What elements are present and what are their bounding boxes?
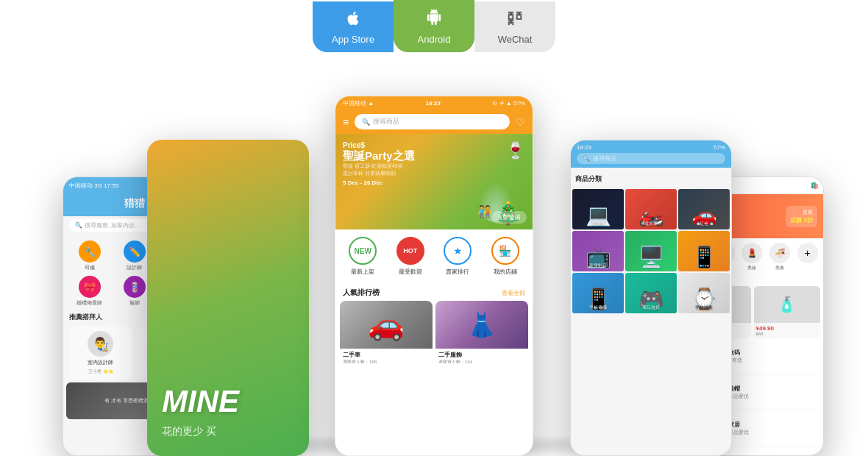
apple-icon xyxy=(345,10,361,31)
cell-label-9: 手錶鐘表 xyxy=(678,304,730,311)
rankings-more[interactable]: 查看全部 xyxy=(502,289,525,297)
cell-label-4: 家電影音 xyxy=(572,263,624,269)
grid-cell-1[interactable]: 💻 電腦城 xyxy=(572,189,624,229)
cat-rank-circle: ★ xyxy=(444,237,472,265)
wedding-icon: 🎀 xyxy=(84,282,96,293)
rank-star-icon: ★ xyxy=(453,245,463,257)
grid-cell-6[interactable]: 📱 xyxy=(678,231,730,271)
store-icon: 🏪 xyxy=(499,245,511,257)
hot-text: HOT xyxy=(403,247,417,254)
search-icon: 🔍 xyxy=(75,222,82,229)
cell-label-3: 紅色 xyxy=(678,221,730,227)
cat-rank[interactable]: ★ 賣家排行 xyxy=(444,237,472,276)
banner-title: 聖誕Party之選 xyxy=(343,149,415,163)
svg-rect-7 xyxy=(516,18,522,20)
grid-cell-8[interactable]: 🎮 電玩遊具 xyxy=(625,273,677,313)
fr-header-icon: 🛍️ xyxy=(811,182,819,189)
avatar-1: 👨‍🎨 xyxy=(88,331,113,357)
banner-buy-button[interactable]: 立即搶購 xyxy=(491,211,527,224)
fr-discount: 店購 5折 xyxy=(790,216,813,224)
car-info: 二手車 週購買人數：168 xyxy=(340,349,433,363)
right-search[interactable]: 🔍 搜尋商品 xyxy=(577,153,725,164)
fr-product-2[interactable]: 🧴 ¥49.90 ¥68 xyxy=(754,286,821,338)
svg-rect-3 xyxy=(508,18,513,20)
svg-rect-12 xyxy=(518,13,521,16)
wechat-tab[interactable]: WeChat xyxy=(474,1,555,52)
cell-label-7: 平板電腦 xyxy=(572,304,624,311)
fr-product-info-2: ¥49.90 ¥68 xyxy=(754,323,821,338)
fr-icon-food-label: 美食 xyxy=(775,265,784,271)
main-status-left: 中国移动 ▲ xyxy=(343,99,374,107)
main-status-right: ⊙ ✈ ▲ 57% xyxy=(492,100,525,107)
android-tab[interactable]: Android xyxy=(394,0,474,52)
fr-product-price-2: ¥49.90 xyxy=(756,325,819,332)
left-search-placeholder: 搜尋服務, 如家内设... xyxy=(85,221,140,229)
service-design-label: 設計師 xyxy=(127,264,142,271)
grid-cell-2[interactable]: 🏍️ 電單車 xyxy=(625,189,677,229)
heart-icon[interactable]: ♡ xyxy=(516,116,525,128)
fr-promo-text: 首展 xyxy=(790,209,813,216)
fashion-sub: 週購買人數：134 xyxy=(438,359,525,363)
card-name-1: 室内設計師 xyxy=(88,359,113,366)
appstore-tab[interactable]: App Store xyxy=(313,1,394,52)
cell-label-1: 電腦城 xyxy=(572,221,624,227)
card-stats-1: 王小美 ⭐⭐ xyxy=(88,368,113,375)
service-tool-label: 司儀 xyxy=(85,264,95,271)
fashion-image: 👗 xyxy=(435,301,528,349)
fr-icon-more[interactable]: + xyxy=(794,243,820,271)
fashion-info: 二手服飾 週購買人數：134 xyxy=(435,349,528,363)
cat-hot-label: 最受歡迎 xyxy=(399,268,422,276)
design-icon: ✏️ xyxy=(129,246,140,257)
fr-banner-promo: 首展 店購 5折 xyxy=(786,206,817,227)
main-search-input[interactable]: 🔍 搜尋商品 xyxy=(355,114,510,129)
ranking-car[interactable]: 🚗 二手車 週購買人數：168 xyxy=(340,301,433,363)
svg-rect-10 xyxy=(512,22,513,26)
right-product-grid: 💻 電腦城 🏍️ 電單車 🚗 紅色 📺 家電影音 🖥️ 📱 xyxy=(571,188,731,315)
main-time: 18:23 xyxy=(426,100,441,107)
svg-rect-11 xyxy=(510,13,513,16)
search-icon: 🔍 xyxy=(362,118,370,126)
banner-text: Price$ 聖誕Party之選 聖誕·居工薪·紅酒低至43折 選討單杯 共享抉… xyxy=(335,134,422,193)
wechat-icon xyxy=(507,10,523,31)
cat-new[interactable]: NEW 最新上架 xyxy=(349,237,377,276)
grid-cell-3[interactable]: 🚗 紅色 xyxy=(678,189,730,229)
svg-rect-1 xyxy=(508,14,510,19)
rankings-grid: 🚗 二手車 週購買人數：168 👗 二手服飾 週購買人數：134 xyxy=(335,301,533,368)
svg-rect-0 xyxy=(508,12,513,13)
steering-wheel-icon: 🚗 xyxy=(368,307,405,342)
svg-rect-5 xyxy=(516,14,518,19)
cat-rank-label: 賣家排行 xyxy=(446,268,469,276)
new-text: NEW xyxy=(355,247,371,255)
service-wedding-label: 婚禮佈置師 xyxy=(77,299,102,307)
main-status-bar: 中国移动 ▲ 18:23 ⊙ ✈ ▲ 57% xyxy=(335,96,533,110)
people-deco: 🧑‍🤝‍🧑 xyxy=(477,204,492,218)
main-banner[interactable]: Price$ 聖誕Party之選 聖誕·居工薪·紅酒低至43折 選討單杯 共享抉… xyxy=(335,134,533,229)
banner-subtitle: 聖誕·居工薪·紅酒低至43折 選討單杯 共享抉果時刻 xyxy=(343,163,415,177)
hamburger-icon[interactable]: ≡ xyxy=(343,116,349,128)
service-wedding[interactable]: 🎀 婚禮佈置師 xyxy=(69,276,110,307)
fashion-icon: 👗 xyxy=(467,311,497,339)
service-tool[interactable]: 🔧 司儀 xyxy=(69,241,110,271)
fr-icon-food[interactable]: 🍜 美食 xyxy=(767,243,793,271)
appstore-label: App Store xyxy=(332,34,374,45)
grid-cell-9[interactable]: ⌚ 手錶鐘表 xyxy=(678,273,730,313)
grid-cell-7[interactable]: 📱 平板電腦 xyxy=(572,273,624,313)
grid-cell-4[interactable]: 📺 家電影音 xyxy=(572,231,624,271)
car-title: 二手車 xyxy=(343,351,430,359)
wechat-label: WeChat xyxy=(498,34,533,45)
fr-icon-beauty[interactable]: 💄 美妆 xyxy=(739,243,765,271)
recommend-card-1[interactable]: 👨‍🎨 室内設計師 王小美 ⭐⭐ xyxy=(69,327,132,380)
right-status: 18:23 xyxy=(577,144,591,151)
tool-icon: 🔧 xyxy=(84,246,96,257)
wine-icon: 🍷 xyxy=(505,141,525,160)
right-header: 18:23 57% 🔍 搜尋商品 xyxy=(571,140,731,168)
cat-store[interactable]: 🏪 我的店鋪 xyxy=(491,237,519,276)
grid-cell-5[interactable]: 🖥️ xyxy=(625,231,677,271)
phones-container: 中国移动 3G 17:55 猎猎 🔍 搜尋服務, 如家内设... 🔧 司儀 ✏️… xyxy=(0,59,868,456)
car-sub: 週購買人數：168 xyxy=(343,359,430,363)
main-search-bar: ≡ 🔍 搜尋商品 ♡ xyxy=(335,110,533,134)
monitor-icon: 🖥️ xyxy=(638,245,664,269)
cat-hot[interactable]: HOT 最受歡迎 xyxy=(396,237,424,276)
right-search-placeholder: 搜尋商品 xyxy=(593,154,616,163)
ranking-fashion[interactable]: 👗 二手服飾 週購買人數：134 xyxy=(435,301,528,363)
